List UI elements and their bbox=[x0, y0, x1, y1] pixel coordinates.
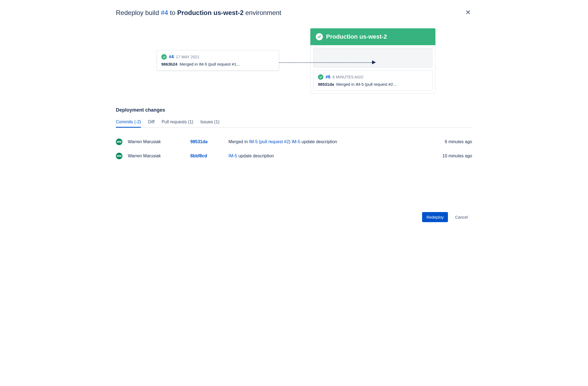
commit-message: Merged in IM-5 (pull request #2) IM-5 up… bbox=[228, 139, 439, 144]
current-build-commit: 98531da Merged in IM-5 (pull request #2… bbox=[318, 82, 428, 87]
tab-pull-requests[interactable]: Pull requests (1) bbox=[162, 120, 193, 127]
cancel-button[interactable]: Cancel bbox=[451, 212, 472, 222]
tab-diff[interactable]: Diff bbox=[148, 120, 154, 127]
success-icon bbox=[161, 54, 167, 60]
source-build-card[interactable]: #4 17 MAY 2021 9863b24 Merged in IM-5 (p… bbox=[157, 50, 279, 71]
redeploy-button[interactable]: Redeploy bbox=[422, 212, 448, 222]
source-commit-msg: Merged in IM-5 (pull request #1… bbox=[180, 62, 240, 66]
dialog-title: Redeploy build #4 to Production us-west-… bbox=[116, 9, 281, 17]
current-build-card[interactable]: #6 6 MINUTES AGO 98531da Merged in IM-5 … bbox=[313, 70, 432, 91]
close-button[interactable] bbox=[464, 8, 472, 17]
commit-time: 10 minutes ago bbox=[442, 154, 472, 158]
current-commit-hash: 98531da bbox=[318, 82, 334, 87]
issue-link[interactable]: IM-5 bbox=[249, 139, 258, 144]
success-icon bbox=[316, 33, 323, 40]
source-build-number: #4 bbox=[169, 54, 174, 59]
pr-link[interactable]: pull request #2 bbox=[260, 139, 289, 144]
tabs: Commits (-2) Diff Pull requests (1) Issu… bbox=[116, 120, 472, 128]
title-suffix: environment bbox=[244, 9, 281, 16]
title-prefix: Redeploy build bbox=[116, 9, 161, 16]
title-mid: to bbox=[168, 9, 177, 16]
close-icon bbox=[465, 9, 471, 17]
commit-row: WM Warren Marusiak 8bbf8cd IM-5 update d… bbox=[116, 149, 472, 163]
svg-marker-0 bbox=[372, 60, 376, 64]
changes-section-title: Deployment changes bbox=[116, 107, 472, 113]
issue-link[interactable]: IM-5 bbox=[228, 154, 237, 158]
current-commit-msg: Merged in IM-5 (pull request #2… bbox=[336, 82, 397, 87]
avatar: WM bbox=[116, 139, 122, 145]
tab-commits[interactable]: Commits (-2) bbox=[116, 120, 141, 127]
tab-issues[interactable]: Issues (1) bbox=[200, 120, 219, 127]
title-env: Production us-west-2 bbox=[177, 9, 244, 16]
commit-hash-link[interactable]: 8bbf8cd bbox=[190, 154, 223, 158]
source-build-time: 17 MAY 2021 bbox=[176, 55, 200, 59]
source-commit-hash: 9863b24 bbox=[161, 62, 177, 66]
build-link[interactable]: #4 bbox=[161, 9, 168, 16]
current-build-number: #6 bbox=[326, 75, 330, 79]
flow-arrow-head-icon bbox=[372, 60, 376, 65]
env-header: Production us-west-2 bbox=[310, 28, 435, 45]
success-icon bbox=[318, 74, 323, 80]
commit-row: WM Warren Marusiak 98531da Merged in IM-… bbox=[116, 135, 472, 149]
issue-link[interactable]: IM-5 bbox=[292, 139, 300, 144]
env-name: Production us-west-2 bbox=[326, 33, 387, 40]
current-build-time: 6 MINUTES AGO bbox=[333, 75, 363, 79]
source-build-commit: 9863b24 Merged in IM-5 (pull request #1… bbox=[161, 62, 274, 66]
avatar: WM bbox=[116, 153, 122, 159]
commit-list: WM Warren Marusiak 98531da Merged in IM-… bbox=[116, 135, 472, 163]
commit-author: Warren Marusiak bbox=[128, 154, 185, 158]
commit-time: 6 minutes ago bbox=[445, 139, 472, 144]
flow-arrow-line bbox=[279, 62, 374, 63]
commit-message: IM-5 update description bbox=[228, 154, 437, 158]
commit-author: Warren Marusiak bbox=[128, 139, 185, 144]
commit-hash-link[interactable]: 98531da bbox=[190, 139, 223, 144]
